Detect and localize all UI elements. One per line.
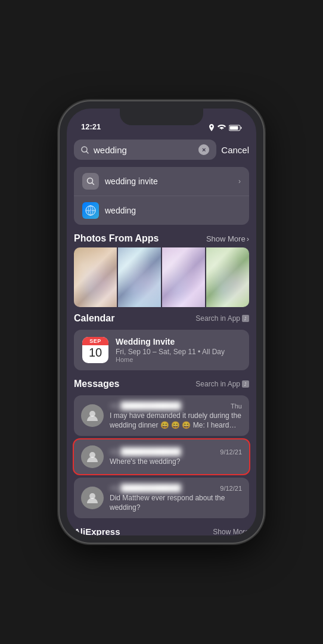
calendar-event-title: Wedding Invite — [116, 337, 241, 346]
messages-section-title: Messages — [74, 379, 120, 389]
photos-section-header: Photos From Apps Show More › — [67, 227, 256, 247]
calendar-day: 10 — [82, 345, 108, 360]
status-time: 12:21 — [81, 122, 101, 131]
suggestion-item-1[interactable]: wedding invite › — [74, 167, 249, 196]
message-content-3: +1 ███████████ 9/12/21 Did Matthew ever … — [110, 484, 242, 512]
cancel-button[interactable]: Cancel — [221, 145, 249, 155]
suggestion-item-2[interactable]: wedding — [74, 196, 249, 225]
phone-screen: 12:21 — [67, 109, 256, 535]
calendar-section-header: Calendar Search in App ⤴ — [67, 307, 256, 327]
person-icon-1 — [86, 409, 99, 422]
external-link-icon-messages: ⤴ — [242, 380, 249, 388]
suggestion-search-icon — [82, 173, 99, 190]
phone-frame: 12:21 — [60, 101, 263, 543]
calendar-section-title: Calendar — [74, 313, 114, 324]
messages-search-in-app[interactable]: Search in App ⤴ — [195, 380, 249, 388]
message-header-1: +1 ███████████ Thu — [110, 401, 242, 410]
avatar-1 — [81, 404, 104, 427]
photo-thumb-3[interactable] — [162, 247, 205, 307]
svg-line-5 — [92, 183, 94, 185]
message-content-2: +1 ███████████ 9/12/21 Where's the weddi… — [110, 447, 242, 467]
external-link-icon-calendar: ⤴ — [242, 315, 249, 322]
calendar-month: SEP — [82, 337, 108, 345]
photos-show-more[interactable]: Show More › — [206, 234, 249, 243]
suggestion-text-2: wedding — [105, 206, 241, 215]
message-sender-2: +1 ███████████ — [110, 447, 181, 456]
person-icon-2 — [86, 450, 99, 463]
aliexpress-section-title: AliExpress — [74, 527, 120, 535]
location-icon — [209, 124, 215, 131]
suggestion-arrow-1: › — [238, 177, 241, 185]
battery-icon — [229, 125, 242, 131]
avatar-3 — [81, 487, 104, 509]
search-bar[interactable]: wedding × — [74, 140, 216, 160]
suggestions-list: wedding invite › wedding — [74, 167, 249, 225]
search-query: wedding — [94, 145, 194, 155]
svg-rect-1 — [230, 126, 238, 129]
photo-thumb-1[interactable] — [74, 247, 117, 307]
person-icon-3 — [86, 491, 99, 504]
search-clear-button[interactable]: × — [198, 144, 209, 155]
notch — [120, 109, 203, 125]
suggestion-text-1: wedding invite — [105, 177, 232, 186]
calendar-event-card[interactable]: SEP 10 Wedding Invite Fri, Sep 10 – Sat,… — [74, 330, 249, 370]
content-area: wedding × Cancel wedding invite › — [67, 135, 256, 535]
photo-thumb-2[interactable] — [118, 247, 161, 307]
message-header-2: +1 ███████████ 9/12/21 — [110, 447, 242, 456]
message-time-1: Thu — [231, 402, 242, 410]
photo-overlay-1 — [74, 247, 117, 307]
safari-icon — [82, 202, 99, 219]
calendar-event-location: Home — [116, 356, 241, 363]
message-preview-1: I may have demanded it rudely during the… — [110, 411, 242, 430]
status-icons — [209, 124, 242, 131]
message-header-3: +1 ███████████ 9/12/21 — [110, 484, 242, 493]
search-container: wedding × Cancel — [67, 135, 256, 165]
photos-section-title: Photos From Apps — [74, 233, 159, 244]
message-preview-2: Where's the wedding? — [110, 457, 242, 467]
messages-section-header: Messages Search in App ⤴ — [67, 373, 256, 393]
photo-thumb-4[interactable] — [206, 247, 249, 307]
aliexpress-show-more[interactable]: Show More — [213, 528, 249, 535]
wifi-icon — [218, 125, 226, 131]
message-sender-1: +1 ███████████ — [110, 401, 181, 410]
photo-overlay-4 — [206, 247, 249, 307]
svg-line-3 — [86, 151, 88, 153]
message-content-1: +1 ███████████ Thu I may have demanded i… — [110, 401, 242, 430]
message-time-3: 9/12/21 — [220, 485, 242, 492]
message-preview-3: Did Matthew ever respond about the weddi… — [110, 494, 242, 512]
photos-grid — [74, 247, 249, 307]
calendar-event-time: Fri, Sep 10 – Sat, Sep 11 • All Day — [116, 348, 241, 356]
message-sender-3: +1 ███████████ — [110, 484, 181, 493]
search-icon — [81, 146, 89, 154]
message-card-2[interactable]: +1 ███████████ 9/12/21 Where's the weddi… — [73, 438, 250, 475]
aliexpress-section-header: AliExpress Show More — [67, 521, 256, 535]
message-card-3[interactable]: +1 ███████████ 9/12/21 Did Matthew ever … — [74, 478, 249, 518]
calendar-icon: SEP 10 — [82, 337, 108, 363]
message-time-2: 9/12/21 — [220, 448, 242, 456]
message-card-1[interactable]: +1 ███████████ Thu I may have demanded i… — [74, 395, 249, 436]
avatar-2 — [81, 445, 104, 468]
photo-overlay-2 — [118, 247, 161, 307]
calendar-event-details: Wedding Invite Fri, Sep 10 – Sat, Sep 11… — [116, 337, 241, 363]
calendar-search-in-app[interactable]: Search in App ⤴ — [195, 314, 249, 323]
photo-overlay-3 — [162, 247, 205, 307]
